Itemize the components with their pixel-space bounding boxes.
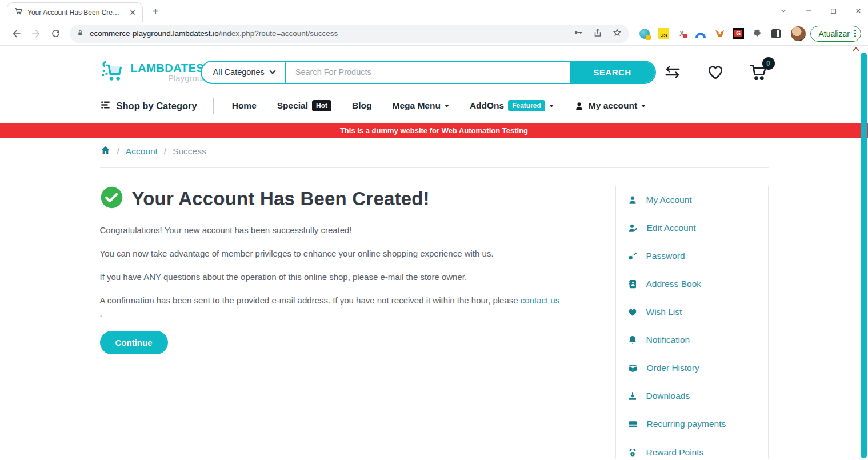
nav-item-mega-menu[interactable]: Mega Menu: [392, 101, 449, 111]
page-content: LAMBDATEST Playground All Categories SEA…: [0, 46, 868, 459]
extension-xpath-icon[interactable]: X: [677, 28, 687, 39]
page-scrollbar-thumb[interactable]: [861, 53, 867, 458]
extensions-puzzle-icon[interactable]: [752, 28, 763, 39]
window-minimize-icon[interactable]: [805, 7, 813, 15]
download-icon: [627, 391, 638, 401]
nav-item-home[interactable]: Home: [232, 101, 257, 111]
browser-tabstrip: Your Account Has Been Created! ✕ +: [0, 0, 868, 22]
sidebar-item-reward-points[interactable]: Reward Points: [616, 438, 768, 459]
side-panel-icon[interactable]: [771, 28, 782, 39]
tab-close-icon[interactable]: ✕: [127, 7, 138, 18]
category-list-icon: [100, 99, 111, 113]
breadcrumb: / Account / Success: [100, 145, 769, 168]
address-book-icon: [627, 279, 638, 289]
tab-title: Your Account Has Been Created!: [27, 9, 123, 17]
url-text[interactable]: ecommerce-playground.lambdatest.io/index…: [90, 29, 567, 38]
paragraph-questions: If you have ANY questions about the oper…: [100, 272, 594, 282]
featured-badge: Featured: [508, 100, 545, 111]
credit-card-icon: [627, 419, 638, 429]
key-icon: [627, 251, 638, 261]
success-content: Your Account Has Been Created! Congratul…: [100, 186, 615, 459]
window-close-icon[interactable]: [854, 7, 862, 15]
cart-count-badge: 0: [762, 57, 775, 70]
extension-g-icon[interactable]: G: [733, 28, 744, 39]
search-button[interactable]: SEARCH: [570, 62, 655, 83]
site-logo[interactable]: LAMBDATEST Playground: [100, 58, 201, 86]
breadcrumb-account-link[interactable]: Account: [126, 146, 158, 157]
account-sidebar: My Account Edit Account Password Address…: [615, 186, 769, 459]
caret-down-icon: [549, 105, 554, 107]
sidebar-item-order-history[interactable]: Order History: [616, 354, 768, 382]
success-check-icon: [100, 186, 123, 211]
window-maximize-icon[interactable]: [830, 7, 837, 15]
search-bar: All Categories SEARCH: [201, 61, 656, 84]
sidebar-item-address-book[interactable]: Address Book: [616, 270, 768, 298]
extension-js-icon[interactable]: JS: [658, 28, 669, 39]
share-icon[interactable]: [593, 27, 603, 40]
sidebar-item-password[interactable]: Password: [616, 242, 768, 270]
sidebar-item-my-account[interactable]: My Account: [616, 186, 768, 214]
caret-down-icon: [641, 105, 646, 107]
sidebar-item-downloads[interactable]: Downloads: [616, 382, 768, 410]
url-bar[interactable]: ecommerce-playground.lambdatest.io/index…: [70, 25, 629, 43]
scroll-up-arrow-icon[interactable]: [853, 47, 859, 53]
back-button[interactable]: [8, 25, 25, 42]
sidebar-item-wish-list[interactable]: Wish List: [616, 298, 768, 326]
trailing-period: .: [100, 309, 594, 318]
sidebar-item-edit-account[interactable]: Edit Account: [616, 214, 768, 242]
contact-us-link[interactable]: contact us: [521, 295, 559, 305]
lock-icon[interactable]: [77, 29, 84, 39]
browser-toolbar: ecommerce-playground.lambdatest.io/index…: [0, 22, 868, 46]
page-title: Your Account Has Been Created!: [132, 188, 430, 210]
wishlist-heart-icon[interactable]: [706, 63, 725, 81]
hot-badge: Hot: [312, 100, 331, 111]
heart-icon: [627, 307, 638, 317]
new-tab-button[interactable]: +: [147, 4, 163, 20]
breadcrumb-current: Success: [173, 146, 206, 157]
continue-button[interactable]: Continue: [100, 331, 168, 354]
paragraph-privileges: You can now take advantage of member pri…: [100, 249, 594, 258]
sidebar-item-recurring-payments[interactable]: Recurring payments: [616, 410, 768, 438]
site-header: LAMBDATEST Playground All Categories SEA…: [100, 55, 769, 89]
nav-divider: [213, 98, 214, 114]
browser-menu-kebab-icon[interactable]: [854, 30, 856, 37]
cart-icon[interactable]: 0: [748, 62, 769, 82]
reload-button[interactable]: [47, 25, 64, 42]
nav-item-addons[interactable]: AddOns Featured: [470, 100, 554, 111]
bell-icon: [627, 335, 638, 345]
category-dropdown[interactable]: All Categories: [202, 62, 285, 83]
extension-arc-icon[interactable]: [695, 28, 706, 39]
password-key-icon[interactable]: [573, 27, 583, 40]
dummy-website-banner: This is a dummy website for Web Automati…: [0, 123, 868, 138]
browser-tab[interactable]: Your Account Has Been Created! ✕: [7, 2, 143, 22]
shop-by-category-button[interactable]: Shop by Category: [100, 99, 197, 113]
user-edit-icon: [627, 223, 638, 233]
nav-item-special[interactable]: Special Hot: [277, 100, 331, 111]
chevron-down-icon: [269, 67, 275, 74]
bookmark-star-icon[interactable]: [612, 27, 622, 40]
nav-item-blog[interactable]: Blog: [352, 101, 371, 111]
home-icon[interactable]: [100, 145, 111, 158]
profile-avatar[interactable]: [791, 26, 806, 41]
paragraph-confirmation: A confirmation has been sent to the prov…: [100, 295, 594, 305]
user-icon: [627, 195, 638, 205]
search-input[interactable]: [286, 62, 570, 83]
paragraph-congratulations: Congratulations! Your new account has be…: [100, 225, 594, 235]
main-nav: Shop by Category Home Special Hot Blog M…: [100, 94, 769, 117]
extension-metamask-icon[interactable]: [714, 28, 725, 39]
medal-icon: [627, 447, 638, 458]
window-chevron-down-icon[interactable]: [779, 7, 787, 15]
forward-button[interactable]: [27, 25, 45, 42]
person-icon: [574, 101, 584, 111]
extensions-row: JS X G: [639, 28, 782, 39]
logo-cart-icon: [100, 58, 126, 86]
caret-down-icon: [445, 105, 449, 107]
sidebar-item-notification[interactable]: Notification: [616, 326, 768, 354]
order-box-icon: [627, 363, 638, 373]
tab-favicon-cart-icon: [14, 7, 23, 18]
profile-button[interactable]: Atualizar: [810, 26, 861, 42]
extension-globe-icon[interactable]: [639, 29, 650, 39]
nav-item-my-account[interactable]: My account: [574, 101, 646, 111]
compare-icon[interactable]: [662, 63, 683, 81]
